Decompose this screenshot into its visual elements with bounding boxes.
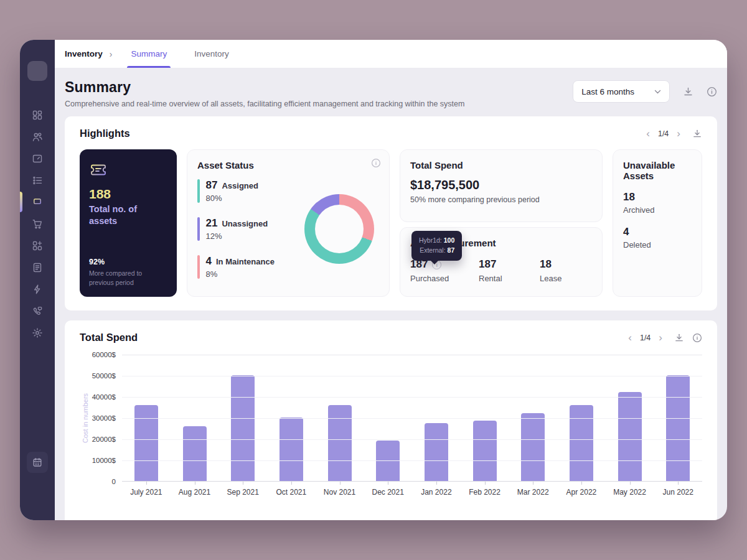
bar-may-2022 [618,392,642,481]
tick-mark [291,482,292,485]
download-icon [692,129,702,139]
gridline [122,376,702,376]
total-spend-section: Total Spend ‹ 1/4 › Cost in numbers 6000… [65,320,717,520]
x-tick-label: Feb 2022 [461,482,509,497]
tick-mark [485,482,486,485]
legend-percent: 80% [206,194,258,203]
y-tick-label: 20000$ [92,436,116,443]
tick-mark [195,482,195,485]
breadcrumb-item[interactable]: Inventory [65,49,103,58]
info-icon[interactable] [371,158,381,170]
sidebar-item-asset-card[interactable] [20,147,55,169]
unavailable-assets-title: Unavailable Assets [623,160,692,181]
x-tick-label: Oct 2021 [267,482,316,497]
stat-label: Rental [479,274,540,283]
stat-value: 4 [623,226,692,238]
sidebar-item-document[interactable] [20,256,55,278]
page-header-text: Summary Comprehensive and real-time over… [65,79,464,108]
gridline [122,460,702,461]
tab-summary[interactable]: Summary [129,40,168,68]
sidebar-item-phone-chat[interactable] [20,300,55,322]
x-tick-label: May 2022 [606,482,654,497]
sidebar-item-checklist[interactable] [20,169,55,191]
sidebar-item-zap[interactable] [20,278,55,300]
x-tick-label: Nov 2021 [316,482,364,497]
bar-aug-2021 [183,426,207,481]
tab-label: Summary [131,49,167,58]
x-tick-label: Mar 2022 [509,482,557,497]
calendar-button[interactable] [27,452,48,473]
sidebar-item-cart[interactable] [20,213,55,235]
total-spend-header: Total Spend ‹ 1/4 › [80,332,702,343]
plot-area: July 2021Aug 2021Sep 2021Oct 2021Nov 202… [122,355,702,497]
download-button[interactable] [683,86,693,97]
highlights-title: Highlights [80,128,130,139]
app-window: Inventory › Summary Inventory Summary Co… [20,40,727,520]
stat-label: Purchased [410,274,479,283]
download-button[interactable] [692,129,702,139]
stat-deleted: 4 Deleted [623,226,692,250]
sidebar [20,40,55,520]
page-next-button[interactable]: › [659,332,662,343]
apps-add-icon [32,240,43,251]
legend-label: Assigned [222,181,258,190]
cart-icon [32,218,43,230]
download-button[interactable] [674,333,684,343]
active-indicator [20,192,22,212]
sidebar-item-laptop-assets[interactable] [20,191,55,213]
info-button[interactable] [707,86,717,97]
legend-value: 21 [206,217,218,230]
team-users-icon [32,131,43,142]
tooltip-row: External:87 [419,245,454,255]
breadcrumb: Inventory › [65,40,112,68]
info-icon [692,333,702,343]
legend-percent: 8% [206,269,275,279]
sidebar-item-settings-gear[interactable] [20,322,55,343]
tooltip-label: External: [420,246,445,254]
page-prev-button[interactable]: ‹ [646,128,650,139]
x-tick-label: Jan 2022 [412,482,461,497]
page-prev-button[interactable]: ‹ [628,332,632,343]
total-spend-value: $18,795,500 [410,178,592,192]
page-title: Summary [65,79,464,96]
pagination-label: 1/4 [640,334,651,342]
bar-sep-2021 [231,375,255,481]
stat-label: Lease [540,274,561,283]
sidebar-item-team-users[interactable] [20,126,55,147]
ticket-icon [89,162,108,177]
y-axis: 60000$50000$40000$30000$20000$10000$0 [91,355,122,482]
stat-purchased: 187 i Purchased [410,258,479,283]
sidebar-item-dashboard-grid[interactable] [20,104,55,126]
tick-mark [340,482,341,485]
asset-status-donut-chart [304,194,374,264]
y-tick-label: 50000$ [92,372,116,380]
phone-chat-icon [32,306,43,317]
bar-nov-2021 [328,405,352,481]
bar-oct-2021 [280,418,303,481]
x-tick-label: Dec 2021 [364,482,412,497]
total-spend-tools: ‹ 1/4 › [628,332,702,343]
page-subtitle: Comprehensive and real-time overview of … [65,100,464,108]
page-next-button[interactable]: › [677,128,680,139]
bar-mar-2022 [521,413,545,481]
legend-label: In Maintenance [216,257,275,266]
asset-card-icon [32,153,43,164]
total-spend-bar-chart: Cost in numbers 60000$50000$40000$30000$… [80,355,702,497]
sidebar-item-apps-add[interactable] [20,235,55,256]
highlights-tools: ‹ 1/4 › [646,128,702,139]
document-icon [32,262,43,273]
y-tick-label: 40000$ [92,393,116,401]
bar-july-2021 [134,405,158,481]
total-spend-section-title: Total Spend [80,332,138,343]
period-select[interactable]: Last 6 months [573,80,670,103]
x-axis-labels: July 2021Aug 2021Sep 2021Oct 2021Nov 202… [122,482,702,497]
legend-item-assigned: 87 Assigned 80% [197,179,304,203]
tick-mark [388,482,388,485]
laptop-assets-icon [32,197,43,208]
info-button[interactable] [692,333,702,343]
tab-inventory[interactable]: Inventory [193,40,230,68]
total-assets-value: 188 [89,187,167,202]
tooltip-row: Hybr1d:100 [419,235,454,245]
chart-plot [122,355,702,482]
bar-jun-2022 [666,375,690,481]
